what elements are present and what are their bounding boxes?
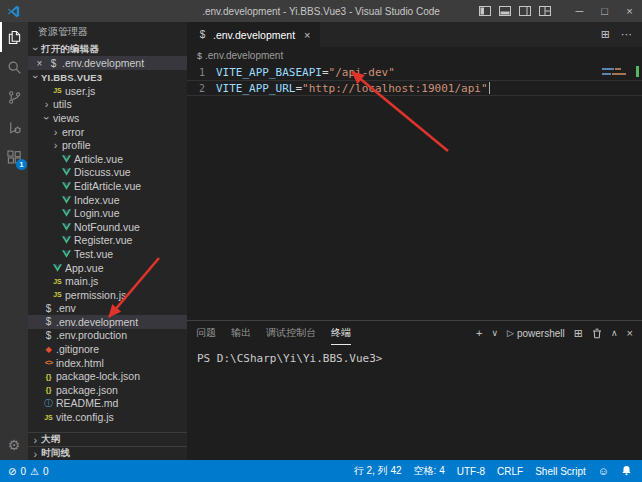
tree-item-Discuss.vue[interactable]: Discuss.vue — [28, 166, 187, 180]
panel-tab-debug-console[interactable]: 调试控制台 — [266, 321, 316, 345]
line-number: 2 — [187, 83, 205, 94]
tab-env-development[interactable]: $ .env.development × — [187, 22, 320, 47]
env-icon: $ — [196, 29, 209, 40]
file-name: Discuss.vue — [74, 166, 131, 178]
tree-item-Register.vue[interactable]: Register.vue — [28, 234, 187, 248]
panel-header: 问题 输出 调试控制台 终端 + ∨ ▷ powershell ⊞ ∧ × — [187, 321, 642, 345]
settings-gear-icon[interactable]: ⚙ — [0, 430, 28, 460]
close-icon[interactable]: × — [304, 29, 310, 41]
line-number: 1 — [187, 67, 205, 78]
tree-item-error[interactable]: ›error — [28, 125, 187, 139]
file-name: App.vue — [65, 262, 104, 274]
tree-item-permission.js[interactable]: JSpermission.js — [28, 288, 187, 302]
close-panel-icon[interactable]: × — [627, 327, 633, 339]
timeline-section-header[interactable]: › 时间线 — [28, 446, 187, 460]
toggle-sidebar-icon[interactable] — [475, 0, 495, 22]
title-bar: .env.development - Yi.BBS.Vue3 - Visual … — [0, 0, 642, 22]
js-icon: JS — [51, 291, 64, 298]
file-name: Test.vue — [74, 248, 113, 260]
file-name: Index.vue — [74, 194, 120, 206]
tree-item-profile[interactable]: ›profile — [28, 138, 187, 152]
customize-layout-icon[interactable] — [535, 0, 555, 22]
code-editor[interactable]: 1VITE_APP_BASEAPI="/api-dev" 2VITE_APP_U… — [187, 64, 642, 320]
close-icon[interactable]: × — [34, 58, 45, 69]
js-icon: JS — [51, 278, 64, 285]
json-icon: {} — [42, 385, 55, 394]
env-icon: $ — [42, 330, 55, 341]
cursor-position-status[interactable]: 行 2, 列 42 — [354, 464, 402, 478]
more-actions-icon[interactable]: ⋯ — [621, 28, 632, 41]
tree-item-Login.vue[interactable]: Login.vue — [28, 206, 187, 220]
project-section-header[interactable]: › YI.BBS.VUE3 — [28, 70, 187, 84]
panel-tab-output[interactable]: 输出 — [231, 321, 251, 345]
breadcrumb[interactable]: $ .env.development — [187, 47, 642, 64]
activity-search-icon[interactable] — [0, 52, 28, 82]
tree-item-utils[interactable]: ›utils — [28, 98, 187, 112]
split-terminal-icon[interactable]: ⊞ — [574, 327, 583, 340]
tree-item-Article.vue[interactable]: Article.vue — [28, 152, 187, 166]
chevron-right-icon: › — [41, 98, 52, 110]
terminal-icon: ▷ — [507, 328, 514, 338]
tree-item-package-lock.json[interactable]: {}package-lock.json — [28, 369, 187, 383]
split-editor-icon[interactable]: ⊞ — [601, 28, 610, 41]
maximize-panel-icon[interactable]: ∧ — [611, 328, 618, 338]
language-mode-status[interactable]: Shell Script — [535, 466, 586, 477]
chevron-down-icon[interactable]: ∨ — [491, 328, 498, 338]
open-editors-header[interactable]: › 打开的编辑器 — [28, 42, 187, 56]
tree-item-NotFound.vue[interactable]: NotFound.vue — [28, 220, 187, 234]
tree-item-package.json[interactable]: {}package.json — [28, 383, 187, 397]
tree-item-README.md[interactable]: ⓘREADME.md — [28, 397, 187, 411]
panel-tab-terminal[interactable]: 终端 — [331, 321, 351, 345]
tree-item-user.js[interactable]: JSuser.js — [28, 84, 187, 98]
info-icon: ⓘ — [42, 397, 55, 410]
tree-item-EditArticle.vue[interactable]: EditArticle.vue — [28, 179, 187, 193]
activity-source-control-icon[interactable] — [0, 82, 28, 112]
panel-tab-problems[interactable]: 问题 — [196, 321, 216, 345]
eol-status[interactable]: CRLF — [497, 466, 523, 477]
vue-icon — [60, 155, 73, 163]
minimap[interactable] — [602, 68, 628, 75]
activity-run-debug-icon[interactable] — [0, 112, 28, 142]
tree-item-Test.vue[interactable]: Test.vue — [28, 247, 187, 261]
chevron-down-icon: › — [41, 112, 53, 123]
tree-item-Index.vue[interactable]: Index.vue — [28, 193, 187, 207]
file-name: user.js — [65, 85, 95, 97]
activity-explorer-icon[interactable] — [0, 22, 28, 52]
tree-item-.env.production[interactable]: $.env.production — [28, 329, 187, 343]
file-name: README.md — [56, 397, 118, 409]
indentation-status[interactable]: 空格: 4 — [414, 464, 445, 478]
toggle-panel-icon[interactable] — [495, 0, 515, 22]
maximize-button[interactable]: □ — [592, 0, 617, 22]
problems-status[interactable]: ⊘ 0 ⚠ 0 — [8, 466, 48, 477]
file-tree: JSuser.js›utils›views›error›profileArtic… — [28, 84, 187, 432]
tree-item-views[interactable]: ›views — [28, 111, 187, 125]
warning-icon: ⚠ — [30, 466, 39, 477]
tree-item-index.html[interactable]: <>index.html — [28, 356, 187, 370]
terminal-output[interactable]: PS D:\CSharp\Yi\Yi.BBS.Vue3> — [187, 345, 642, 372]
new-terminal-icon[interactable]: + — [476, 327, 482, 339]
encoding-status[interactable]: UTF-8 — [457, 466, 485, 477]
vue-icon — [60, 168, 73, 176]
file-name: .env — [56, 302, 76, 314]
tree-item-.gitignore[interactable]: ◆.gitignore — [28, 342, 187, 356]
kill-terminal-icon[interactable] — [592, 328, 602, 339]
js-icon: JS — [42, 414, 55, 421]
tree-item-App.vue[interactable]: App.vue — [28, 261, 187, 275]
notifications-bell-icon[interactable] — [621, 465, 632, 478]
feedback-smiley-icon[interactable]: ☺ — [598, 465, 609, 477]
shell-selector[interactable]: ▷ powershell — [507, 328, 565, 339]
activity-extensions-icon[interactable]: 1 — [0, 142, 28, 172]
minimize-button[interactable]: ─ — [567, 0, 592, 22]
tree-item-.env.development[interactable]: $.env.development — [28, 315, 187, 329]
open-editor-item[interactable]: × $ .env.development — [28, 56, 187, 70]
tree-item-main.js[interactable]: JSmain.js — [28, 274, 187, 288]
outline-section-header[interactable]: › 大纲 — [28, 432, 187, 446]
close-button[interactable]: × — [617, 0, 642, 22]
tree-item-.env[interactable]: $.env — [28, 302, 187, 316]
error-icon: ⊘ — [8, 466, 16, 477]
tree-item-vite.config.js[interactable]: JSvite.config.js — [28, 410, 187, 424]
editor-area: $ .env.development × ⊞ ⋯ $ .env.developm… — [187, 22, 642, 460]
file-name: .env.development — [56, 316, 138, 328]
toggle-secondary-sidebar-icon[interactable] — [515, 0, 535, 22]
json-icon: {} — [42, 372, 55, 381]
